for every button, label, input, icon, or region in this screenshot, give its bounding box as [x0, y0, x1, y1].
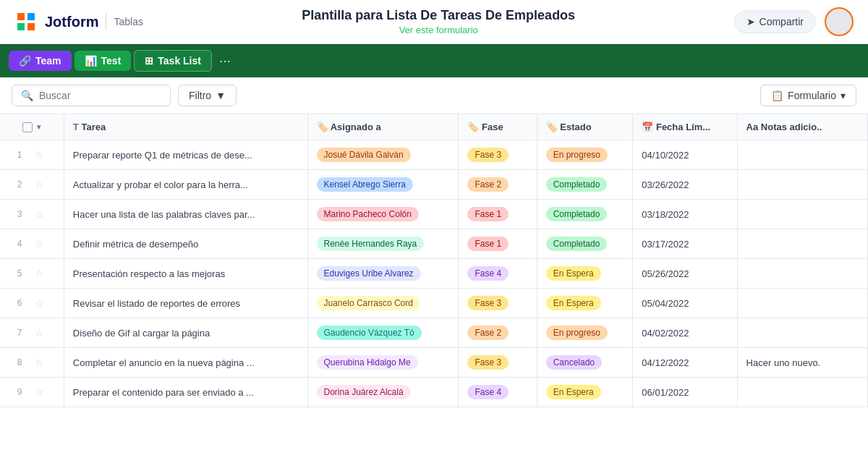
page-title: Plantilla para Lista De Tareas De Emplea… [158, 8, 720, 23]
avatar[interactable] [825, 7, 854, 36]
estado-cell: En Espera [537, 259, 633, 289]
star-icon[interactable]: ☆ [35, 386, 44, 398]
assignee-badge: Juanelo Carrasco Cord [317, 296, 420, 310]
tab-team[interactable]: 🔗 Team [9, 51, 72, 71]
tab-tasklist[interactable]: ⊞ Task List [134, 50, 212, 72]
fecha-cell: 05/26/2022 [633, 259, 737, 289]
task-text: Preparar el contenido para ser enviado a… [73, 387, 254, 398]
table-row: 4 ☆ Definir métrica de desempeño Renée H… [0, 229, 868, 259]
estado-cell: Completado [537, 170, 633, 200]
star-icon[interactable]: ☆ [35, 357, 44, 368]
table-row: 1 ☆ Preparar reporte Q1 de métricas de d… [0, 140, 868, 170]
th-estado: 🏷️ Estado [537, 114, 633, 140]
fecha-cell: 04/02/2022 [633, 318, 737, 348]
row-controls-cell: 5 ☆ [0, 259, 64, 289]
filter-button[interactable]: Filtro ▼ [178, 85, 237, 106]
form-link[interactable]: Ver este formulario [158, 25, 720, 35]
estado-badge: Cancelado [546, 355, 602, 370]
tablas-label: Tablas [114, 16, 142, 27]
row-controls-cell: 4 ☆ [0, 229, 64, 259]
form-icon: 📋 [771, 90, 783, 101]
row-number: 2 [9, 179, 30, 190]
fecha-text: 03/18/2022 [642, 209, 689, 220]
fecha-text: 04/02/2022 [642, 328, 689, 339]
notas-cell [737, 378, 867, 407]
estado-badge: En progreso [546, 148, 608, 162]
task-cell: Definir métrica de desempeño [64, 229, 307, 259]
header-chevron-icon[interactable]: ▾ [37, 123, 41, 131]
notas-cell [737, 229, 867, 259]
fecha-cell: 03/18/2022 [633, 200, 737, 229]
fase-cell: Fase 1 [459, 200, 537, 229]
star-icon[interactable]: ☆ [35, 149, 44, 161]
tab-more-button[interactable]: ⋯ [215, 51, 235, 71]
row-controls-cell: 6 ☆ [0, 289, 64, 318]
th-checkbox: ▾ [0, 114, 64, 140]
assignee-cell: Gaudencio Vázquez Tó [307, 318, 459, 348]
th-fase: 🏷️ Fase [459, 114, 537, 140]
fecha-text: 05/04/2022 [642, 298, 689, 309]
fase-badge: Fase 3 [467, 296, 509, 310]
estado-cell: Completado [537, 229, 633, 259]
estado-badge: Completado [546, 207, 608, 221]
fase-badge: Fase 1 [467, 207, 509, 221]
search-box[interactable]: 🔍 [12, 85, 171, 106]
notas-cell [737, 318, 867, 348]
assignee-badge: Eduviges Uribe Alvarez [317, 266, 421, 281]
assignee-cell: Marino Pacheco Colón [307, 200, 459, 229]
tarea-col-icon: T [73, 122, 79, 132]
task-cell: Hacer una lista de las palabras claves p… [64, 200, 307, 229]
row-controls-cell: 3 ☆ [0, 200, 64, 229]
search-input[interactable] [39, 90, 161, 101]
fecha-text: 03/26/2022 [642, 179, 689, 190]
task-text: Presentación respecto a las mejoras [73, 268, 225, 279]
estado-badge: En Espera [546, 296, 601, 310]
th-tarea-label: Tarea [81, 122, 106, 132]
fecha-cell: 04/10/2022 [633, 140, 737, 170]
filter-label: Filtro [189, 90, 211, 101]
row-controls-cell: 9 ☆ [0, 378, 64, 407]
fecha-col-icon: 📅 [642, 122, 653, 132]
row-number: 1 [9, 150, 30, 160]
task-cell: Revisar el listado de reportes de errore… [64, 289, 307, 318]
tab-test-label: Test [101, 55, 122, 67]
star-icon[interactable]: ☆ [35, 268, 44, 279]
estado-badge: Completado [546, 237, 608, 251]
estado-cell: En progreso [537, 140, 633, 170]
fase-cell: Fase 2 [459, 170, 537, 200]
header-divider [106, 13, 106, 30]
share-button[interactable]: ➤ Compartir [734, 10, 816, 33]
tab-test[interactable]: 📊 Test [75, 51, 132, 71]
estado-cell: Completado [537, 200, 633, 229]
task-text: Definir métrica de desempeño [73, 239, 198, 250]
star-icon[interactable]: ☆ [35, 238, 44, 250]
star-icon[interactable]: ☆ [35, 179, 44, 190]
fase-badge: Fase 3 [467, 355, 509, 370]
task-text: Preparar reporte Q1 de métricas de dese.… [73, 150, 252, 161]
svg-marker-4 [27, 23, 35, 30]
assignee-cell: Juanelo Carrasco Cord [307, 289, 459, 318]
table-container: ▾ T Tarea 🏷️ Asignado a 🏷️ Fase 🏷️ [0, 114, 868, 407]
asignado-col-icon: 🏷️ [317, 122, 328, 132]
star-icon[interactable]: ☆ [35, 327, 44, 339]
table-header-row: ▾ T Tarea 🏷️ Asignado a 🏷️ Fase 🏷️ [0, 114, 868, 140]
th-fase-label: Fase [482, 122, 503, 132]
star-icon[interactable]: ☆ [35, 208, 44, 220]
th-asignado-label: Asignado a [331, 122, 381, 132]
fase-badge: Fase 2 [467, 326, 509, 340]
tasks-table: ▾ T Tarea 🏷️ Asignado a 🏷️ Fase 🏷️ [0, 114, 868, 407]
formulario-button[interactable]: 📋 Formulario ▾ [760, 85, 856, 106]
th-estado-label: Estado [560, 122, 591, 132]
header-checkbox[interactable] [22, 122, 33, 132]
svg-marker-3 [17, 23, 25, 30]
table-row: 9 ☆ Preparar el contenido para ser envia… [0, 378, 868, 407]
table-row: 7 ☆ Diseño de Gif al cargar la página Ga… [0, 318, 868, 348]
toolbar: 🔍 Filtro ▼ 📋 Formulario ▾ [0, 77, 868, 114]
tab-team-label: Team [35, 55, 61, 67]
fase-col-icon: 🏷️ [467, 122, 479, 132]
fase-badge: Fase 3 [467, 148, 509, 162]
table-row: 3 ☆ Hacer una lista de las palabras clav… [0, 200, 868, 229]
avatar-image [826, 9, 852, 35]
star-icon[interactable]: ☆ [35, 297, 44, 309]
row-number: 8 [9, 357, 30, 367]
